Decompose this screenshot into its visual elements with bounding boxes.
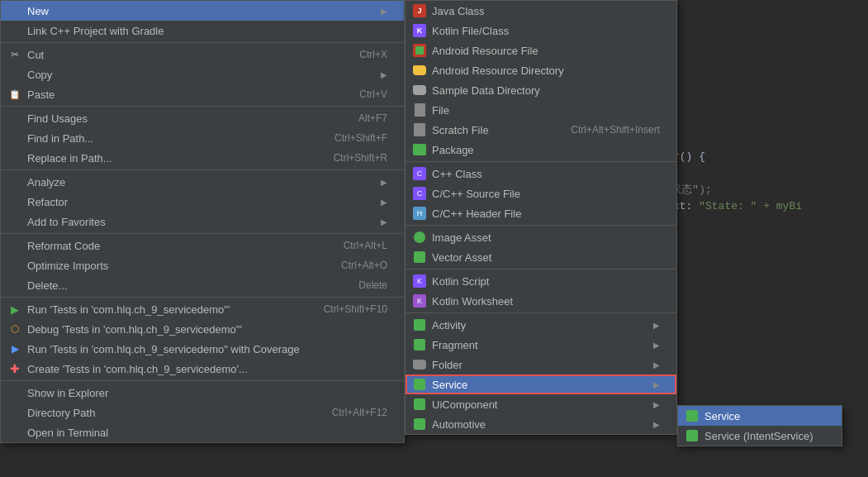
menu-item-scratch-file[interactable]: Scratch File Ctrl+Alt+Shift+Insert [406, 120, 676, 140]
menu-item-java-class[interactable]: J Java Class [406, 1, 676, 21]
run-icon: ▶ [7, 302, 22, 317]
java-class-label: Java Class [432, 5, 660, 17]
menu-item-optimize[interactable]: Optimize Imports Ctrl+Alt+O [1, 255, 404, 275]
menu-item-reformat[interactable]: Reformat Code Ctrl+Alt+L [1, 236, 404, 255]
menu-item-find-in-path[interactable]: Find in Path... Ctrl+Shift+F [1, 128, 404, 148]
reformat-shortcut: Ctrl+Alt+L [344, 240, 387, 251]
menu-item-delete-label: Delete... [27, 279, 342, 292]
java-class-icon: J [412, 3, 427, 18]
menu-item-add-favorites[interactable]: Add to Favorites ▶ [1, 212, 404, 231]
menu-item-delete[interactable]: Delete... Delete [1, 275, 404, 295]
arrow-icon: ▶ [653, 380, 660, 389]
menu-item-fragment[interactable]: Fragment ▶ [406, 335, 676, 355]
cpp-source-icon: C [412, 186, 427, 201]
menu-item-service-intent[interactable]: Service (IntentService) [678, 426, 842, 446]
file-icon [412, 103, 427, 117]
separator [1, 42, 404, 43]
submenu-service: Service Service (IntentService) [677, 405, 842, 446]
fragment-label: Fragment [432, 339, 649, 351]
menu-item-run-coverage[interactable]: ▶ Run 'Tests in 'com.hlq.ch_9_servicedem… [1, 339, 404, 359]
find-path-shortcut: Ctrl+Shift+F [334, 132, 387, 144]
menu-item-open-terminal[interactable]: Open in Terminal [1, 422, 404, 442]
fragment-icon [412, 337, 427, 352]
menu-item-cut[interactable]: ✂ Cut Ctrl+X [1, 45, 404, 64]
separator [406, 225, 676, 226]
menu-item-folder[interactable]: Folder ▶ [406, 355, 676, 374]
menu-item-create-tests[interactable]: ✚ Create 'Tests in 'com.hlq.ch_9_service… [1, 359, 404, 379]
arrow-icon: ▶ [653, 341, 660, 350]
menu-item-new[interactable]: New ▶ [1, 1, 404, 21]
menu-item-cpp-header[interactable]: H C/C++ Header File [406, 203, 676, 223]
automotive-icon [412, 417, 427, 432]
dir-shortcut: Ctrl+Alt+F12 [332, 407, 387, 418]
menu-item-paste[interactable]: 📋 Paste Ctrl+V [1, 84, 404, 104]
vector-asset-label: Vector Asset [432, 251, 660, 264]
menu-item-run-tests[interactable]: ▶ Run 'Tests in 'com.hlq.ch_9_servicedem… [1, 299, 404, 319]
arrow-icon: ▶ [381, 198, 387, 207]
separator [1, 233, 404, 234]
arrow-icon: ▶ [381, 7, 387, 16]
scratch-file-label: Scratch File [432, 124, 554, 136]
menu-item-show-explorer[interactable]: Show in Explorer [1, 383, 404, 403]
service-intent-icon [685, 428, 700, 443]
menu-item-kotlin-script[interactable]: K Kotlin Script [406, 271, 676, 291]
menu-item-service-service[interactable]: Service [678, 406, 842, 426]
menu-item-link-cpp[interactable]: Link C++ Project with Gradle [1, 21, 404, 41]
copy-icon [7, 67, 22, 82]
menu-item-debug-tests[interactable]: ⬡ Debug 'Tests in 'com.hlq.ch_9_serviced… [1, 319, 404, 339]
menu-item-explorer-label: Show in Explorer [27, 387, 387, 399]
package-label: Package [432, 144, 660, 156]
kotlin-worksheet-icon: K [412, 293, 427, 308]
menu-item-cpp-class[interactable]: C C++ Class [406, 164, 676, 184]
cpp-class-label: C++ Class [432, 168, 660, 180]
cpp-source-label: C/C++ Source File [432, 188, 660, 200]
menu-item-paste-label: Paste [27, 88, 343, 101]
menu-item-file[interactable]: File [406, 100, 676, 120]
arrow-icon: ▶ [653, 400, 660, 409]
link-cpp-icon [7, 23, 22, 38]
menu-item-kotlin-file[interactable]: K Kotlin File/Class [406, 21, 676, 41]
menu-item-dir-path[interactable]: Directory Path Ctrl+Alt+F12 [1, 403, 404, 422]
replace-icon [7, 150, 22, 165]
menu-item-activity[interactable]: Activity ▶ [406, 315, 676, 335]
android-res-file-icon [412, 43, 427, 58]
menu-item-automotive[interactable]: Automotive ▶ [406, 414, 676, 434]
menu-item-cpp-source[interactable]: C C/C++ Source File [406, 184, 676, 203]
menu-item-analyze[interactable]: Analyze ▶ [1, 172, 404, 192]
menu-item-package[interactable]: Package [406, 140, 676, 160]
terminal-icon [7, 425, 22, 440]
menu-item-refactor[interactable]: Refactor ▶ [1, 192, 404, 212]
menu-item-android-res-dir[interactable]: Android Resource Directory [406, 60, 676, 80]
menu-item-replace-in-path[interactable]: Replace in Path... Ctrl+Shift+R [1, 148, 404, 168]
activity-icon [412, 317, 427, 332]
menu-item-image-asset[interactable]: Image Asset [406, 227, 676, 247]
paste-icon: 📋 [7, 87, 22, 102]
refactor-icon [7, 194, 22, 209]
menu-item-sample-data-dir[interactable]: Sample Data Directory [406, 80, 676, 100]
menu-item-ui-component[interactable]: UiComponent ▶ [406, 394, 676, 414]
menu-item-android-res-file[interactable]: Android Resource File [406, 41, 676, 60]
menu-item-vector-asset[interactable]: Vector Asset [406, 247, 676, 267]
ui-label: UiComponent [432, 398, 649, 411]
menu-item-kotlin-worksheet[interactable]: K Kotlin Worksheet [406, 291, 676, 311]
separator [1, 380, 404, 381]
package-icon [412, 142, 427, 157]
menu-item-copy[interactable]: Copy ▶ [1, 64, 404, 84]
activity-label: Activity [432, 319, 649, 332]
arrow-icon: ▶ [653, 420, 660, 429]
menu-item-find-usages[interactable]: Find Usages Alt+F7 [1, 108, 404, 128]
kotlin-script-label: Kotlin Script [432, 275, 660, 288]
service-service-icon [685, 408, 700, 423]
kotlin-file-label: Kotlin File/Class [432, 25, 660, 37]
replace-shortcut: Ctrl+Shift+R [334, 152, 387, 164]
submenu-new: J Java Class K Kotlin File/Class Android… [405, 0, 677, 435]
find-path-icon [7, 131, 22, 145]
dir-path-icon [7, 405, 22, 420]
android-res-dir-icon [412, 63, 427, 78]
menu-item-terminal-label: Open in Terminal [27, 427, 387, 439]
optimize-icon [7, 258, 22, 273]
menu-item-find-in-path-label: Find in Path... [27, 132, 318, 145]
menu-item-service[interactable]: Service ▶ [406, 374, 676, 394]
separator [1, 297, 404, 298]
delete-shortcut: Delete [358, 279, 387, 291]
